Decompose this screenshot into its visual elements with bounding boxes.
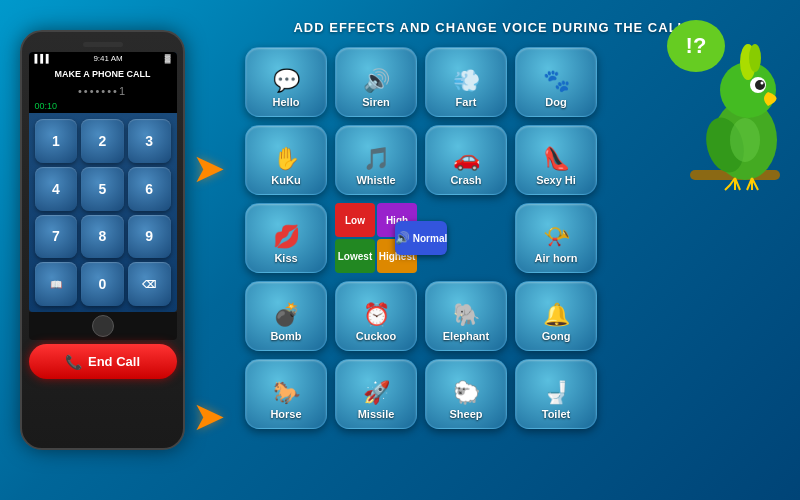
missile-label: Missile [358,408,395,420]
phone-mockup: ▌▌▌ 9:41 AM ▓ MAKE A PHONE CALL •••••••1… [20,30,185,450]
hello-icon: 💬 [273,68,300,94]
sexy-button[interactable]: 👠 Sexy Hi [515,125,597,195]
siren-label: Siren [362,96,390,108]
gong-button[interactable]: 🔔 Gong [515,281,597,351]
arrow-right-2: ➤ [192,393,226,439]
effects-row-1: 💬 Hello 🔊 Siren 💨 Fart 🐾 Dog [245,47,735,117]
key-4[interactable]: 4 [35,167,78,211]
sheep-icon: 🐑 [453,380,480,406]
pitch-normal-label: Normal [413,233,447,244]
phone-status-bar: ▌▌▌ 9:41 AM ▓ [29,52,177,65]
key-6[interactable]: 6 [128,167,171,211]
svg-point-8 [761,82,764,85]
speaker-icon: 🔊 [395,231,410,245]
key-star[interactable]: 📖 [35,262,78,306]
missile-icon: 🚀 [363,380,390,406]
effects-row-3: 💋 Kiss Low High Lowest Highest 🔊 Normal … [245,203,735,273]
sheep-button[interactable]: 🐑 Sheep [425,359,507,429]
whistle-label: Whistle [356,174,395,186]
key-5[interactable]: 5 [81,167,124,211]
home-button[interactable] [92,315,114,337]
toilet-icon: 🚽 [543,380,570,406]
hello-button[interactable]: 💬 Hello [245,47,327,117]
parrot-svg [680,10,800,210]
pitch-control: Low High Lowest Highest 🔊 Normal [335,203,507,273]
bomb-icon: 💣 [273,302,300,328]
gong-label: Gong [542,330,571,342]
airhorn-label: Air horn [535,252,578,264]
pitch-lowest-button[interactable]: Lowest [335,239,375,273]
toilet-button[interactable]: 🚽 Toilet [515,359,597,429]
kuku-button[interactable]: ✋ KuKu [245,125,327,195]
arrow-right-1: ➤ [192,145,226,191]
whistle-button[interactable]: 🎵 Whistle [335,125,417,195]
bomb-label: Bomb [270,330,301,342]
airhorn-icon: 📯 [543,224,570,250]
effects-grid: 💬 Hello 🔊 Siren 💨 Fart 🐾 Dog ✋ KuKu [245,47,735,429]
sexy-label: Sexy Hi [536,174,576,186]
dog-icon: 🐾 [543,68,570,94]
key-2[interactable]: 2 [81,119,124,163]
phone-home-area [29,312,177,340]
gong-icon: 🔔 [543,302,570,328]
elephant-icon: 🐘 [453,302,480,328]
parrot-area: !? [670,0,800,220]
bomb-button[interactable]: 💣 Bomb [245,281,327,351]
effects-row-5: 🐎 Horse 🚀 Missile 🐑 Sheep 🚽 Toilet [245,359,735,429]
battery-icon: ▓ [165,54,171,63]
elephant-button[interactable]: 🐘 Elephant [425,281,507,351]
sexy-icon: 👠 [543,146,570,172]
panel-title: ADD EFFECTS AND CHANGE VOICE DURING THE … [245,20,735,35]
call-timer: 00:10 [29,99,177,113]
phone-speaker [83,42,123,47]
pitch-low-button[interactable]: Low [335,203,375,237]
key-9[interactable]: 9 [128,215,171,259]
kiss-button[interactable]: 💋 Kiss [245,203,327,273]
cuckoo-icon: ⏰ [363,302,390,328]
fart-label: Fart [456,96,477,108]
effects-panel: ADD EFFECTS AND CHANGE VOICE DURING THE … [245,20,735,480]
kuku-label: KuKu [271,174,300,186]
cuckoo-button[interactable]: ⏰ Cuckoo [335,281,417,351]
toilet-label: Toilet [542,408,571,420]
pitch-normal-button[interactable]: 🔊 Normal [395,221,447,255]
horse-icon: 🐎 [273,380,300,406]
siren-button[interactable]: 🔊 Siren [335,47,417,117]
kuku-icon: ✋ [273,146,300,172]
siren-icon: 🔊 [363,68,390,94]
cuckoo-label: Cuckoo [356,330,396,342]
phone-keypad: 1 2 3 4 5 6 7 8 9 📖 0 ⌫ [29,113,177,312]
end-call-label: End Call [88,354,140,369]
signal-icon: ▌▌▌ [35,54,52,63]
kiss-label: Kiss [274,252,297,264]
phone-number: •••••••1 [29,83,177,99]
svg-point-5 [749,44,761,72]
effects-row-2: ✋ KuKu 🎵 Whistle 🚗 Crash 👠 Sexy Hi [245,125,735,195]
airhorn-button[interactable]: 📯 Air horn [515,203,597,273]
missile-button[interactable]: 🚀 Missile [335,359,417,429]
end-call-icon: 📞 [65,354,82,370]
key-backspace[interactable]: ⌫ [128,262,171,306]
key-1[interactable]: 1 [35,119,78,163]
dog-label: Dog [545,96,566,108]
hello-label: Hello [273,96,300,108]
key-8[interactable]: 8 [81,215,124,259]
crash-icon: 🚗 [453,146,480,172]
whistle-icon: 🎵 [363,146,390,172]
end-call-button[interactable]: 📞 End Call [29,344,177,379]
phone-title: MAKE A PHONE CALL [29,65,177,83]
key-3[interactable]: 3 [128,119,171,163]
kiss-icon: 💋 [273,224,300,250]
crash-button[interactable]: 🚗 Crash [425,125,507,195]
key-0[interactable]: 0 [81,262,124,306]
crash-label: Crash [450,174,481,186]
phone-screen: ▌▌▌ 9:41 AM ▓ MAKE A PHONE CALL •••••••1… [29,52,177,312]
elephant-label: Elephant [443,330,489,342]
key-7[interactable]: 7 [35,215,78,259]
effects-row-4: 💣 Bomb ⏰ Cuckoo 🐘 Elephant 🔔 Gong [245,281,735,351]
horse-label: Horse [270,408,301,420]
horse-button[interactable]: 🐎 Horse [245,359,327,429]
dog-button[interactable]: 🐾 Dog [515,47,597,117]
fart-button[interactable]: 💨 Fart [425,47,507,117]
svg-point-7 [755,80,765,90]
